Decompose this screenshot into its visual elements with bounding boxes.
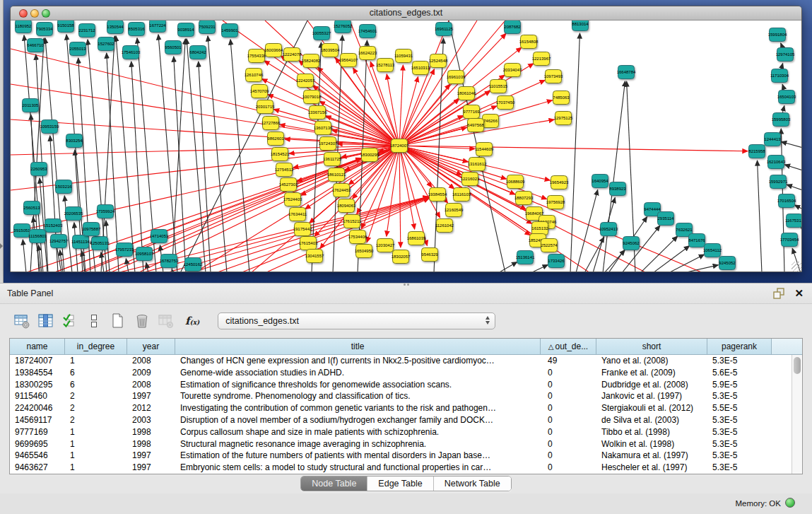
network-canvas[interactable]: 1755433816003664122240781582408218039504… xyxy=(11,21,802,272)
graph-node[interactable]: 16624223 xyxy=(358,47,377,60)
column-header-name[interactable]: name xyxy=(10,339,65,354)
graph-node[interactable]: 17634411 xyxy=(288,208,307,221)
graph-node[interactable]: 12524548 xyxy=(429,54,448,68)
graph-edge[interactable] xyxy=(399,146,415,229)
graph-node[interactable]: 13161612 xyxy=(468,158,487,171)
graph-edge[interactable] xyxy=(50,136,58,272)
graph-node[interactable]: 12974105 xyxy=(776,48,795,62)
graph-node[interactable]: 20301715 xyxy=(256,100,275,114)
graph-node[interactable]: 9862601 xyxy=(267,132,284,146)
graph-edge[interactable] xyxy=(208,36,227,272)
graph-edge[interactable] xyxy=(23,240,26,272)
graph-node[interactable]: 18807293 xyxy=(514,192,534,205)
graph-edge[interactable] xyxy=(264,61,399,146)
graph-node[interactable]: 2260953 xyxy=(30,163,47,176)
graph-node[interactable]: 1180952 xyxy=(16,21,33,33)
column-header-out_de[interactable]: △out_de... xyxy=(541,339,596,354)
graph-node[interactable]: 19654923 xyxy=(550,176,569,189)
graph-node[interactable]: 17615403 xyxy=(299,237,318,250)
table-row[interactable]: 1938455462009Genome-wide association stu… xyxy=(10,367,802,379)
graph-node[interactable]: 2935114 xyxy=(658,212,675,226)
graph-node[interactable]: 11451134 xyxy=(71,235,90,249)
graph-node[interactable]: 7905334 xyxy=(36,23,53,36)
graph-node[interactable]: 18154521 xyxy=(271,148,290,161)
graph-edge[interactable] xyxy=(801,227,802,229)
column-header-pagerank[interactable]: pagerank xyxy=(707,339,772,354)
close-panel-icon[interactable]: ✕ xyxy=(794,288,804,299)
graph-node[interactable]: 16648784 xyxy=(617,66,636,79)
graph-edge[interactable] xyxy=(576,190,598,272)
graph-edge[interactable] xyxy=(399,146,428,245)
graph-node[interactable]: 12216021 xyxy=(461,173,480,186)
network-table-select[interactable]: citations_edges.txt xyxy=(218,313,495,329)
graph-node[interactable]: 18061046 xyxy=(457,87,476,100)
graph-node[interactable]: 16003664 xyxy=(264,44,283,57)
graph-node[interactable]: 16861039 xyxy=(407,232,426,245)
graph-node[interactable]: 10973493 xyxy=(544,70,563,83)
graph-node[interactable]: 2087682 xyxy=(504,21,521,34)
graph-node[interactable]: 16961039 xyxy=(447,71,466,84)
graph-node[interactable]: 12610746 xyxy=(245,69,264,82)
graph-node[interactable]: 10654112 xyxy=(703,244,722,257)
trash-icon[interactable] xyxy=(133,312,151,330)
graph-node[interactable]: 10975887 xyxy=(82,223,101,236)
graph-node[interactable]: 10952413 xyxy=(599,223,618,236)
splitter-handle[interactable] xyxy=(403,284,410,287)
graph-node[interactable]: 19564107 xyxy=(339,54,358,67)
graph-node[interactable]: 2522574 xyxy=(541,239,558,252)
graph-edge[interactable] xyxy=(758,160,762,272)
window-resize-grip[interactable] xyxy=(792,262,802,272)
graph-node[interactable]: 17037450 xyxy=(496,96,515,110)
graph-node[interactable]: 15136141 xyxy=(516,251,535,264)
graph-node[interactable]: 17624453 xyxy=(332,184,351,197)
graph-node[interactable]: 2231712 xyxy=(78,24,95,37)
graph-node[interactable]: 8215958 xyxy=(748,145,765,158)
graph-node[interactable]: 18724007 xyxy=(390,139,409,153)
graph-node[interactable]: 1459901 xyxy=(221,24,238,37)
graph-node[interactable]: 8471676 xyxy=(688,234,705,247)
graph-node[interactable]: 16210643 xyxy=(767,156,786,169)
select-rows-check-icon[interactable] xyxy=(61,312,79,330)
graph-node[interactable]: 11261042 xyxy=(435,219,454,233)
graph-edge[interactable] xyxy=(187,39,206,272)
select-columns-icon[interactable] xyxy=(37,312,55,330)
graph-node[interactable]: 746266 xyxy=(483,115,499,128)
graph-node[interactable]: 10953159 xyxy=(40,120,59,134)
table-settings-icon[interactable] xyxy=(13,312,31,330)
tab-node-table[interactable]: Node Table xyxy=(301,477,367,491)
graph-edge[interactable] xyxy=(653,246,690,272)
graph-node[interactable]: 15992971 xyxy=(769,175,788,189)
graph-node[interactable]: 13041557 xyxy=(305,250,324,263)
graph-node[interactable]: 8938923 xyxy=(609,182,626,196)
graph-node[interactable]: 19724307 xyxy=(319,137,338,151)
graph-node[interactable]: 9245062 xyxy=(623,237,640,250)
graph-edge[interactable] xyxy=(795,205,802,209)
tab-network-table[interactable]: Network Table xyxy=(434,477,511,491)
graph-node[interactable]: 6497568 xyxy=(467,119,484,132)
graph-node[interactable]: 8303254 xyxy=(66,134,83,148)
graph-node[interactable]: 1244413 xyxy=(764,133,781,146)
table-vertical-scrollbar[interactable] xyxy=(792,355,802,474)
graph-node[interactable]: 16510313 xyxy=(411,62,430,75)
graph-node[interactable]: 17546103 xyxy=(122,46,141,59)
graph-node[interactable]: 10079018 xyxy=(302,90,322,104)
graph-node[interactable]: 10688609 xyxy=(506,175,525,189)
new-document-icon[interactable] xyxy=(109,312,127,330)
graph-edge[interactable] xyxy=(683,265,718,272)
graph-node[interactable]: 10055327 xyxy=(312,27,331,40)
graph-node[interactable]: 1615132 xyxy=(531,222,548,235)
graph-node[interactable]: 19175442 xyxy=(293,223,312,236)
graph-node[interactable]: 17957233 xyxy=(115,243,134,257)
graph-node[interactable]: 13611725 xyxy=(323,153,342,166)
graph-node[interactable]: 13367156 xyxy=(308,106,327,119)
import-table-icon[interactable] xyxy=(157,312,175,330)
graph-node[interactable]: 12213967 xyxy=(532,52,551,66)
graph-node[interactable]: 1527602 xyxy=(98,37,114,51)
column-header-year[interactable]: year xyxy=(127,339,175,354)
graph-node[interactable]: 9038914 xyxy=(177,23,194,37)
graph-node[interactable]: 16504103 xyxy=(777,90,796,104)
graph-node[interactable]: 19384554 xyxy=(428,188,447,201)
graph-node[interactable]: 12030427 xyxy=(376,239,395,252)
graph-node[interactable]: 20334047 xyxy=(503,64,522,77)
graph-node[interactable]: 13607136 xyxy=(314,122,333,135)
